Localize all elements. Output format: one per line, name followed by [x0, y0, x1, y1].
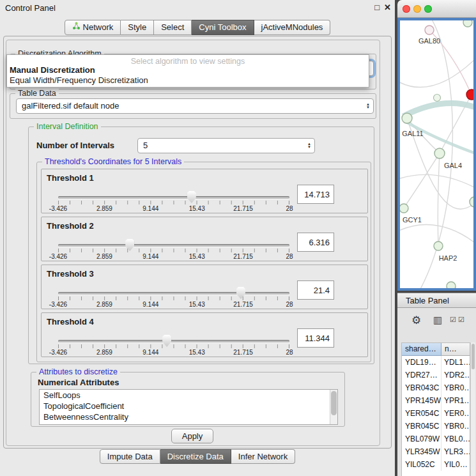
scale-tick-label: 9.144 [142, 253, 158, 260]
threshold-value-field[interactable]: 21.4 [297, 280, 334, 300]
tab-jactivemnodules[interactable]: jActiveMNodules [254, 20, 331, 35]
threshold-value-field[interactable]: 6.316 [297, 233, 334, 252]
network-canvas[interactable]: GAL80 GAL11 GAL4 GCY1 HAP2 [397, 18, 476, 291]
table-cell: YPR1… [441, 394, 470, 407]
zoom-traffic-light[interactable] [424, 5, 432, 13]
interval-definition-group: Interval Definition Number of Intervals … [28, 127, 374, 364]
table-row[interactable]: YPR145WYPR1… [402, 394, 470, 407]
window-title: Control Panel [5, 3, 56, 13]
table-row[interactable]: YDL19…YDL1… [402, 356, 470, 369]
table-cell: YBL079W [402, 433, 441, 445]
network-node-selected[interactable] [466, 89, 473, 100]
scrollbar-thumb[interactable] [331, 391, 337, 415]
network-icon [72, 20, 81, 35]
scale-tick-label: -3.426 [49, 301, 67, 308]
scale-tick-label: 2.859 [96, 253, 112, 260]
table-panel-title: Table Panel [406, 296, 449, 305]
scale-tick-label: 2.859 [96, 205, 112, 212]
threshold-value-field[interactable]: 11.344 [297, 328, 334, 348]
network-node-gal11[interactable] [402, 113, 412, 123]
table-row[interactable]: YIL052CYIL0… [402, 458, 470, 471]
threshold-slider[interactable] [58, 292, 289, 295]
attributes-group: Attributes to discretize Numerical Attri… [31, 372, 345, 427]
network-node[interactable] [470, 197, 473, 207]
node-label: GAL80 [418, 37, 440, 45]
tab-label: Style [128, 20, 146, 35]
list-item[interactable]: SelfLoops [40, 390, 337, 401]
slider-ticks [58, 344, 289, 348]
network-node[interactable] [463, 20, 472, 27]
dropdown-placeholder: Select algorithm to view settings [7, 55, 369, 65]
stepper-icon: ▲▼ [366, 103, 370, 109]
table-scrollbar[interactable] [470, 342, 475, 476]
threshold-label: Threshold 2 [47, 221, 94, 231]
tab-infer-network[interactable]: Infer Network [231, 449, 295, 464]
network-node-gal80[interactable] [425, 26, 434, 35]
tab-cyni-toolbox[interactable]: Cyni Toolbox [192, 20, 254, 35]
table-cell: YER054C [402, 407, 441, 420]
threshold-slider[interactable] [58, 244, 289, 247]
table-row[interactable]: YDR27…YDR2… [402, 369, 470, 381]
list-scrollbar[interactable] [330, 390, 337, 424]
threshold-slider[interactable] [58, 340, 289, 342]
threshold-slider[interactable] [58, 196, 289, 199]
tab-impute-data[interactable]: Impute Data [100, 449, 160, 464]
restore-icon[interactable]: □ [374, 3, 380, 12]
column-header-shared-name[interactable]: shared… [402, 343, 441, 356]
select-some-check-icon[interactable]: ☑ [458, 316, 464, 324]
table-data-combobox[interactable]: galFiltered.sif default node ▲▼ [16, 98, 374, 114]
column-header-name[interactable]: n… [441, 343, 470, 356]
table-cell: YDR2… [441, 369, 470, 381]
table-row[interactable]: YLR345WYLR3… [402, 445, 470, 458]
network-edge [400, 174, 473, 188]
dropdown-option-manual[interactable]: Manual Discretization [7, 65, 369, 75]
close-traffic-light[interactable] [403, 5, 410, 13]
tab-network[interactable]: Network [65, 20, 121, 35]
network-node[interactable] [447, 282, 456, 288]
network-edge [400, 59, 473, 88]
scale-tick-label: -3.426 [49, 349, 67, 356]
scale-tick-label: 2.859 [96, 349, 112, 356]
select-all-check-icon[interactable]: ☑ [450, 316, 456, 324]
scrollbar-thumb[interactable] [472, 344, 475, 369]
scale-tick-label: 15.43 [189, 205, 205, 212]
threshold-label: Threshold 3 [47, 269, 94, 279]
dropdown-option-equal-width[interactable]: Equal Width/Frequency Discretization [7, 75, 369, 85]
list-item[interactable]: TopologicalCoefficient [40, 401, 337, 411]
tab-discretize-data[interactable]: Discretize Data [160, 449, 231, 464]
network-node-gcy1[interactable] [400, 204, 408, 213]
scale-tick-label: 21.715 [233, 349, 253, 356]
network-node-gal4[interactable] [434, 148, 445, 158]
table-row[interactable]: YBL079WYBL0… [402, 433, 470, 445]
network-node-hap2[interactable] [434, 242, 443, 250]
group-title: Attributes to discretize [36, 367, 120, 376]
num-intervals-label: Number of Intervals [36, 141, 114, 150]
table-row[interactable]: YER054CYER0… [402, 407, 470, 420]
slider-scale: -3.426 2.859 9.144 15.43 21.715 28 [58, 349, 289, 357]
list-items: SelfLoopsTopologicalCoefficientBetweenne… [40, 390, 337, 422]
num-intervals-combobox[interactable]: 5 ▲▼ [137, 138, 315, 153]
tab-label: Discretize Data [167, 450, 224, 464]
threshold-value-field[interactable]: 14.713 [297, 185, 334, 204]
scale-tick-label: 15.43 [189, 301, 205, 308]
table-row[interactable]: YBR043CYBR0… [402, 381, 470, 394]
network-edge [400, 225, 473, 244]
minimize-traffic-light[interactable] [413, 5, 421, 13]
network-window-titlebar[interactable] [397, 0, 476, 18]
apply-button[interactable]: Apply [171, 429, 213, 443]
network-node[interactable] [434, 95, 441, 102]
slider-scale: -3.426 2.859 9.144 15.43 21.715 28 [58, 205, 289, 213]
tab-style[interactable]: Style [121, 20, 154, 35]
gear-icon[interactable]: ⚙ [411, 314, 421, 327]
table-cell: YIL052C [402, 458, 441, 471]
tab-label: Infer Network [238, 450, 288, 464]
scale-tick-label: 21.715 [233, 205, 253, 212]
node-label: GAL11 [402, 130, 423, 137]
list-item[interactable]: BetweennessCentrality [40, 411, 337, 422]
slider-scale: -3.426 2.859 9.144 15.43 21.715 28 [58, 253, 289, 261]
stepper-icon: ▲▼ [307, 142, 311, 149]
columns-icon[interactable]: ▥ [433, 314, 442, 326]
table-row[interactable]: YBR045CYBR0… [402, 420, 470, 433]
tab-select[interactable]: Select [154, 20, 192, 35]
close-icon[interactable]: ✕ [384, 3, 391, 12]
